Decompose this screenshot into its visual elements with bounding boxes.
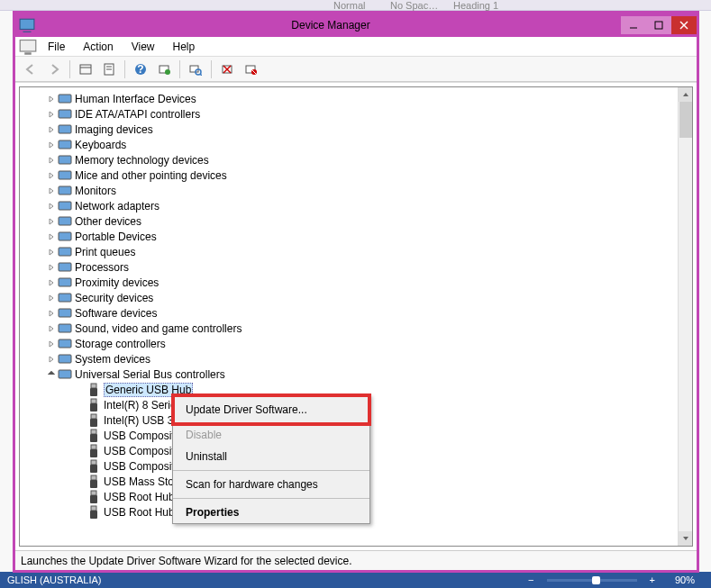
tree-category[interactable]: Proximity devices [20, 275, 692, 290]
tree-category[interactable]: Security devices [20, 290, 692, 305]
svg-rect-50 [59, 278, 71, 286]
minimize-button[interactable] [621, 16, 646, 34]
device-label: USB Composite [104, 445, 180, 457]
zoom-minus-icon[interactable]: − [521, 574, 541, 585]
usb-device-icon [87, 429, 101, 443]
tree-category[interactable]: Imaging devices [20, 122, 692, 137]
svg-rect-62 [59, 370, 71, 378]
expander-icon[interactable] [45, 200, 58, 213]
tree-category[interactable]: Memory technology devices [20, 152, 692, 167]
expander-icon[interactable] [45, 338, 58, 350]
category-label: Processors [75, 261, 129, 274]
tree-category[interactable]: Keyboards [20, 137, 692, 152]
context-menu: Update Driver Software...DisableUninstal… [172, 394, 370, 524]
app-icon [19, 17, 35, 33]
svg-rect-60 [59, 355, 71, 363]
menu-file[interactable]: File [39, 38, 74, 56]
ctx-update-driver[interactable]: Update Driver Software... [171, 394, 371, 426]
proximity-icon [58, 276, 72, 290]
disable-button[interactable] [241, 59, 260, 79]
tree-category[interactable]: Mice and other pointing devices [20, 167, 692, 183]
memory-icon [58, 153, 72, 167]
tree-category[interactable]: Human Interface Devices [20, 91, 692, 106]
expander-icon[interactable] [45, 185, 58, 197]
expander-icon[interactable] [45, 246, 58, 258]
expander-icon[interactable] [45, 123, 58, 136]
tree-category[interactable]: Monitors [20, 183, 692, 198]
print-icon [58, 245, 72, 259]
tree-category[interactable]: System devices [20, 351, 692, 366]
usb-device-icon [87, 459, 101, 474]
maximize-button[interactable] [646, 16, 671, 34]
tree-category[interactable]: Software devices [20, 305, 692, 321]
scroll-thumb[interactable] [679, 102, 692, 138]
category-label: Mice and other pointing devices [75, 169, 227, 182]
scan-hardware-button[interactable] [186, 59, 205, 79]
zoom-percent-label[interactable]: 90% [668, 574, 702, 585]
expander-icon[interactable] [45, 261, 58, 274]
expander-icon[interactable] [45, 93, 58, 105]
usb-device-icon [87, 505, 101, 520]
tree-category[interactable]: Sound, video and game controllers [20, 321, 692, 336]
status-text: Launches the Update Driver Software Wiza… [21, 555, 352, 567]
tree-category[interactable]: Network adapters [20, 198, 692, 213]
category-label: Memory technology devices [75, 154, 209, 167]
vertical-scrollbar[interactable] [678, 87, 692, 546]
category-label: Security devices [75, 292, 153, 304]
expander-icon[interactable] [45, 322, 58, 335]
svg-rect-66 [91, 399, 96, 403]
expander-icon[interactable] [45, 154, 58, 167]
word-zoom-controls[interactable]: − + 90% [521, 574, 711, 585]
titlebar[interactable]: Device Manager [15, 14, 697, 37]
word-style-normal: Normal [333, 0, 365, 11]
show-hidden-button[interactable] [76, 59, 96, 79]
svg-rect-3 [655, 22, 662, 29]
menu-action[interactable]: Action [74, 38, 122, 56]
ctx-uninstall[interactable]: Uninstall [173, 446, 369, 467]
tree-category[interactable]: Processors [20, 259, 692, 275]
tree-category[interactable]: Print queues [20, 244, 692, 259]
category-label: Human Interface Devices [75, 93, 196, 105]
scroll-up-button[interactable] [679, 87, 692, 102]
category-label: Storage controllers [75, 338, 166, 350]
expander-icon[interactable] [45, 108, 58, 121]
expander-spacer [74, 460, 87, 473]
expander-icon[interactable] [45, 353, 58, 366]
expander-icon[interactable] [45, 276, 58, 289]
tree-category[interactable]: IDE ATA/ATAPI controllers [20, 106, 692, 122]
category-label: Portable Devices [75, 231, 157, 243]
update-driver-button[interactable] [154, 59, 174, 79]
menu-view[interactable]: View [123, 38, 164, 56]
category-label: IDE ATA/ATAPI controllers [75, 108, 200, 121]
ctx-properties[interactable]: Properties [173, 502, 369, 523]
context-menu-separator [173, 470, 369, 471]
device-label: Intel(R) 8 Series [104, 399, 182, 412]
uninstall-button[interactable] [217, 59, 237, 79]
tree-category[interactable]: Portable Devices [20, 229, 692, 244]
help-button[interactable]: ? [131, 59, 150, 79]
svg-rect-1 [23, 32, 32, 32]
forward-button[interactable] [44, 59, 64, 79]
tree-category[interactable]: Storage controllers [20, 336, 692, 351]
expander-icon[interactable] [45, 307, 58, 320]
svg-rect-0 [20, 19, 34, 29]
svg-rect-8 [80, 65, 91, 74]
back-button[interactable] [21, 59, 41, 79]
expander-icon[interactable] [45, 292, 58, 304]
tree-category[interactable]: Other devices [20, 213, 692, 229]
zoom-slider[interactable] [547, 579, 637, 582]
tree-category-expanded[interactable]: Universal Serial Bus controllers [20, 366, 692, 382]
scroll-down-button[interactable] [679, 531, 692, 546]
svg-rect-76 [91, 475, 96, 480]
ctx-scan-hardware[interactable]: Scan for hardware changes [173, 474, 369, 495]
zoom-plus-icon[interactable]: + [643, 574, 662, 585]
properties-button[interactable] [99, 59, 119, 79]
close-button[interactable] [671, 16, 697, 34]
expander-icon[interactable] [45, 368, 58, 381]
expander-icon[interactable] [45, 231, 58, 243]
expander-icon[interactable] [45, 169, 58, 182]
svg-rect-75 [90, 465, 97, 473]
menu-help[interactable]: Help [164, 38, 205, 56]
expander-icon[interactable] [45, 139, 58, 151]
expander-icon[interactable] [45, 215, 58, 228]
